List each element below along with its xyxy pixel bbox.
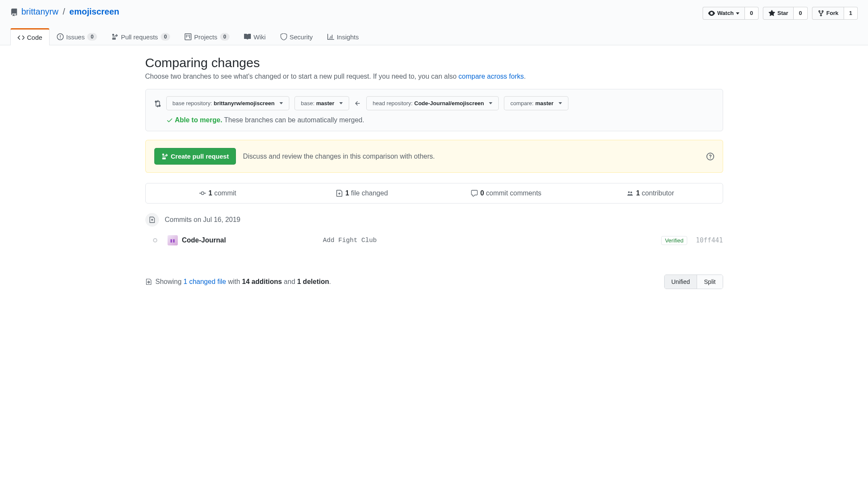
stat-commits[interactable]: 1 commit xyxy=(146,183,290,203)
pr-icon xyxy=(162,153,168,160)
shield-icon xyxy=(280,33,287,40)
help-icon[interactable] xyxy=(706,153,714,160)
star-icon xyxy=(768,10,775,17)
book-icon xyxy=(244,33,251,40)
create-pr-button[interactable]: Create pull request xyxy=(154,148,236,165)
tab-insights-label: Insights xyxy=(337,33,359,41)
arrow-left-icon xyxy=(354,100,361,107)
caret-down-icon xyxy=(280,102,283,104)
tab-security-label: Security xyxy=(290,33,313,41)
tab-pull-requests[interactable]: Pull requests 0 xyxy=(104,28,177,45)
tab-pulls-label: Pull requests xyxy=(121,33,158,41)
graph-icon xyxy=(327,33,334,40)
tab-security[interactable]: Security xyxy=(273,28,320,45)
caret-down-icon xyxy=(736,12,739,15)
code-icon xyxy=(18,34,24,41)
commit-message-link[interactable]: Add Fight Club xyxy=(323,237,661,244)
compare-forks-link[interactable]: compare across forks xyxy=(459,73,524,80)
tab-code-label: Code xyxy=(27,34,42,41)
tab-insights[interactable]: Insights xyxy=(320,28,366,45)
commit-group-icon xyxy=(145,213,159,227)
check-icon xyxy=(166,116,175,124)
star-button-group: Star 0 xyxy=(763,7,808,20)
repo-breadcrumb: brittanyrw / emojiscreen xyxy=(10,7,119,17)
star-button[interactable]: Star xyxy=(763,7,794,20)
tab-projects-count: 0 xyxy=(220,33,230,41)
compare-icon xyxy=(153,99,161,108)
tab-wiki-label: Wiki xyxy=(253,33,265,41)
create-pr-prompt: Create pull request Discuss and review t… xyxy=(145,140,723,173)
eye-icon xyxy=(708,10,715,17)
changed-files-link[interactable]: 1 changed file xyxy=(183,278,226,285)
page-title: Comparing changes xyxy=(145,56,723,70)
head-repo-select[interactable]: head repository: Code-Journal/emojiscree… xyxy=(366,96,499,110)
repo-name-link[interactable]: emojiscreen xyxy=(69,7,119,17)
watch-button[interactable]: Watch xyxy=(703,7,745,20)
diff-view-toggle: Unified Split xyxy=(664,275,723,289)
tab-projects-label: Projects xyxy=(194,33,217,41)
caret-down-icon xyxy=(489,102,492,104)
tab-pulls-count: 0 xyxy=(161,33,171,41)
timeline-dot-icon xyxy=(153,238,157,242)
commits-date-heading: Commits on Jul 16, 2019 xyxy=(165,216,241,224)
tab-issues-label: Issues xyxy=(66,33,85,41)
fork-button[interactable]: Fork xyxy=(812,7,844,20)
commit-row: ▮▮ Code-Journal Add Fight Club Verified … xyxy=(145,232,723,249)
star-count[interactable]: 0 xyxy=(794,7,807,20)
repo-owner-link[interactable]: brittanyrw xyxy=(21,7,59,17)
file-diff-icon xyxy=(336,190,343,197)
watch-count[interactable]: 0 xyxy=(745,7,759,20)
fork-icon xyxy=(818,10,824,17)
project-icon xyxy=(185,33,191,40)
caret-down-icon xyxy=(559,102,562,104)
stat-commit-comments[interactable]: 0 commit comments xyxy=(434,183,579,203)
merge-status: Able to merge. These branches can be aut… xyxy=(153,116,715,124)
commit-icon xyxy=(199,190,206,197)
comment-icon xyxy=(471,190,478,197)
watch-button-group: Watch 0 xyxy=(703,7,759,20)
split-view-button[interactable]: Split xyxy=(697,275,722,289)
avatar[interactable]: ▮▮ xyxy=(168,235,178,245)
commit-author-link[interactable]: Code-Journal xyxy=(182,236,323,244)
commit-sha-link[interactable]: 10ff441 xyxy=(696,236,723,244)
fork-button-group: Fork 1 xyxy=(812,7,858,20)
issue-icon xyxy=(57,33,64,40)
verified-badge[interactable]: Verified xyxy=(661,236,687,245)
diff-summary: Showing 1 changed file with 14 additions… xyxy=(145,278,331,286)
star-label: Star xyxy=(777,9,788,18)
breadcrumb-separator: / xyxy=(63,7,65,17)
comparison-stats: 1 commit 1 file changed 0 commit comment… xyxy=(145,183,723,204)
unified-view-button[interactable]: Unified xyxy=(665,275,697,289)
repo-icon xyxy=(10,7,18,17)
compare-branch-select[interactable]: compare: master xyxy=(504,96,568,110)
caret-down-icon xyxy=(339,102,343,104)
pr-icon xyxy=(112,33,118,40)
fork-label: Fork xyxy=(827,9,839,18)
tab-projects[interactable]: Projects 0 xyxy=(177,28,237,45)
stat-contributors[interactable]: 1 contributor xyxy=(578,183,723,203)
tab-issues[interactable]: Issues 0 xyxy=(50,28,104,45)
people-icon xyxy=(627,190,633,197)
tab-code[interactable]: Code xyxy=(10,28,50,45)
tab-issues-count: 0 xyxy=(87,33,97,41)
base-repo-select[interactable]: base repository: brittanyrw/emojiscreen xyxy=(166,96,289,110)
base-branch-select[interactable]: base: master xyxy=(294,96,349,110)
compare-range-box: base repository: brittanyrw/emojiscreen … xyxy=(145,89,723,131)
repo-nav: Code Issues 0 Pull requests 0 Projects 0… xyxy=(10,28,858,45)
pr-prompt-desc: Discuss and review the changes in this c… xyxy=(243,153,699,160)
stat-files-changed[interactable]: 1 file changed xyxy=(290,183,434,203)
fork-count[interactable]: 1 xyxy=(844,7,858,20)
watch-label: Watch xyxy=(717,9,734,18)
page-subtitle: Choose two branches to see what's change… xyxy=(145,73,723,80)
file-diff-icon xyxy=(145,278,152,285)
tab-wiki[interactable]: Wiki xyxy=(237,28,273,45)
